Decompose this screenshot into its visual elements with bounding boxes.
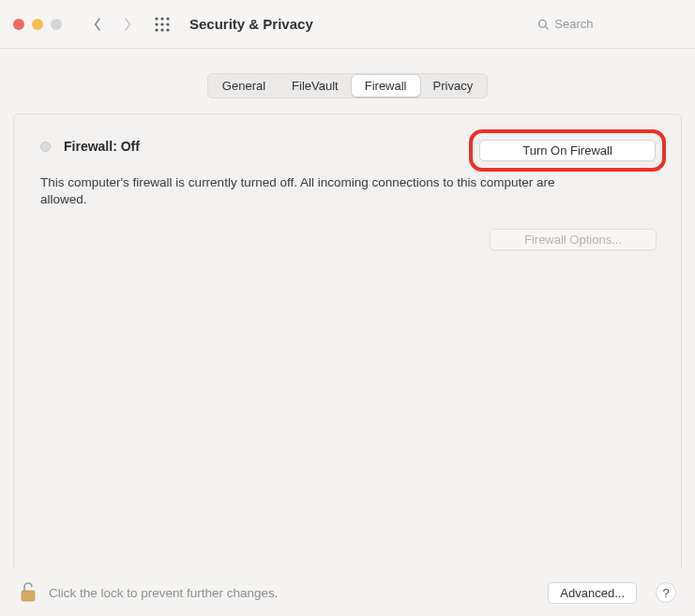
tab-privacy[interactable]: Privacy xyxy=(420,75,487,97)
svg-point-5 xyxy=(166,23,169,25)
back-button[interactable] xyxy=(86,11,109,38)
svg-point-1 xyxy=(160,17,163,20)
chevron-left-icon xyxy=(93,17,102,32)
firewall-status-label: Firewall: Off xyxy=(64,139,140,154)
tab-segment: General FileVault Firewall Privacy xyxy=(207,73,488,98)
svg-point-3 xyxy=(155,23,158,25)
lock-hint-text: Click the lock to prevent further change… xyxy=(49,586,536,600)
svg-line-10 xyxy=(545,26,548,29)
window-title: Security & Privacy xyxy=(189,16,313,32)
highlight-annotation: Turn On Firewall xyxy=(469,129,666,172)
toolbar: Security & Privacy xyxy=(0,0,695,49)
close-window-button[interactable] xyxy=(13,19,24,30)
tab-general[interactable]: General xyxy=(209,75,279,97)
firewall-description: This computer's firewall is currently tu… xyxy=(40,174,594,208)
search-input[interactable] xyxy=(554,17,676,31)
chevron-right-icon xyxy=(123,17,132,32)
svg-point-8 xyxy=(166,28,169,31)
lock-button[interactable] xyxy=(19,581,38,604)
fullscreen-window-button[interactable] xyxy=(51,19,62,30)
grid-icon xyxy=(155,17,170,32)
search-field[interactable] xyxy=(532,12,682,37)
tab-bar: General FileVault Firewall Privacy xyxy=(0,49,695,98)
svg-point-6 xyxy=(155,28,158,31)
firewall-panel: Firewall: Off Turn On Firewall This comp… xyxy=(13,113,682,578)
unlocked-lock-icon xyxy=(19,581,38,604)
window-controls xyxy=(13,19,62,30)
svg-point-9 xyxy=(539,20,547,27)
tab-filevault[interactable]: FileVault xyxy=(279,75,352,97)
footer-bar: Click the lock to prevent further change… xyxy=(0,569,695,616)
svg-point-7 xyxy=(160,28,163,31)
svg-point-0 xyxy=(155,17,158,20)
svg-point-4 xyxy=(160,23,163,25)
minimize-window-button[interactable] xyxy=(32,19,43,30)
help-button[interactable]: ? xyxy=(656,582,676,603)
advanced-button[interactable]: Advanced... xyxy=(548,582,637,604)
show-all-button[interactable] xyxy=(150,11,174,38)
search-icon xyxy=(537,18,549,31)
forward-button[interactable] xyxy=(116,11,139,38)
firewall-options-button: Firewall Options... xyxy=(490,229,657,250)
svg-point-2 xyxy=(166,17,169,20)
turn-on-firewall-button[interactable]: Turn On Firewall xyxy=(479,140,656,161)
status-indicator-icon xyxy=(40,142,51,152)
svg-rect-11 xyxy=(22,591,35,601)
tab-firewall[interactable]: Firewall xyxy=(352,75,420,97)
